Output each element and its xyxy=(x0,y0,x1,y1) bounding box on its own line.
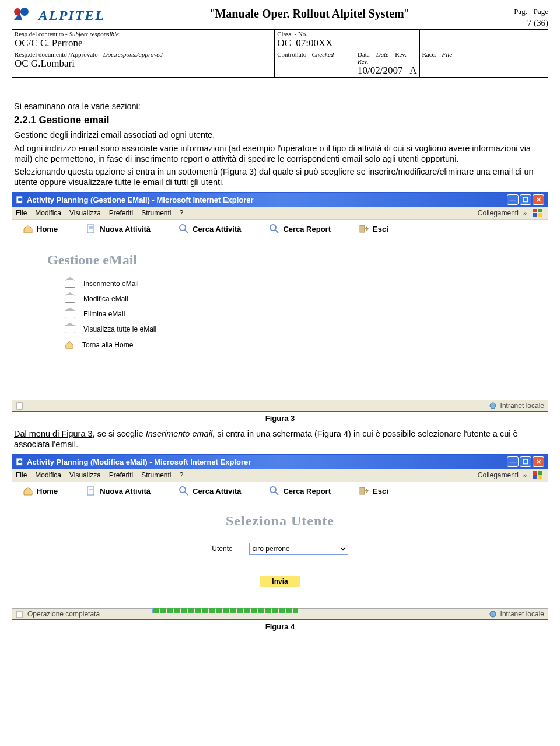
svg-rect-21 xyxy=(538,471,542,475)
exit-icon xyxy=(359,224,369,234)
menu-modifica[interactable]: Modifica xyxy=(35,471,61,479)
invia-button[interactable]: Invia xyxy=(260,576,300,587)
progress-bar xyxy=(152,608,298,613)
menu-file[interactable]: File xyxy=(16,471,27,479)
doc-title: "Manuale Oper. Rollout Alpitel System" xyxy=(210,7,409,20)
svg-rect-16 xyxy=(17,403,22,409)
menubar: File Modifica Visualizza Preferiti Strum… xyxy=(12,469,548,482)
menu-modifica-email[interactable]: Modifica eMail xyxy=(65,291,548,306)
intranet-icon xyxy=(489,402,497,410)
titlebar[interactable]: Activity Planning (Modifica eMail) - Mic… xyxy=(12,455,548,469)
page-number: Pag. - Page 7 (36) xyxy=(514,7,548,28)
svg-point-1 xyxy=(20,8,29,16)
menu-torna-home[interactable]: Torna alla Home xyxy=(65,337,548,353)
menu-visualizza[interactable]: Visualizza xyxy=(69,209,101,217)
section-title: Seleziona Utente xyxy=(12,500,548,539)
collegamenti-label[interactable]: Collegamenti xyxy=(478,471,519,479)
status-left: Operazione completata xyxy=(27,610,100,618)
chevron-icon[interactable]: » xyxy=(523,472,527,479)
logo: ALPITEL xyxy=(12,7,105,23)
menu-file[interactable]: File xyxy=(16,209,27,217)
tb-home[interactable]: Home xyxy=(23,224,58,234)
chevron-icon[interactable]: » xyxy=(523,210,527,217)
section-title: Gestione eMail xyxy=(12,238,548,276)
ie-window-gestione: Activity Planning (Gestione EMail) - Mic… xyxy=(12,192,548,412)
svg-line-14 xyxy=(275,230,278,233)
menu-strumenti[interactable]: Strumenti xyxy=(141,471,171,479)
menu-help[interactable]: ? xyxy=(180,471,184,479)
menu-visualizza-tutte[interactable]: Visualizza tutte le eMail xyxy=(65,322,548,337)
menu-preferiti[interactable]: Preferiti xyxy=(109,471,133,479)
search-activity-icon xyxy=(178,486,189,496)
mail-icon xyxy=(65,310,75,318)
tb-cerca-report[interactable]: Cerca Report xyxy=(269,486,331,496)
minimize-button[interactable]: — xyxy=(507,456,519,467)
close-button[interactable]: ✕ xyxy=(533,456,544,467)
menu-preferiti[interactable]: Preferiti xyxy=(109,209,133,217)
tb-cerca-attivita[interactable]: Cerca Attività xyxy=(178,486,241,496)
svg-rect-30 xyxy=(360,487,365,494)
tb-nuova-attivita[interactable]: Nuova Attività xyxy=(86,486,150,496)
content-area: Gestione eMail Inserimento eMail Modific… xyxy=(12,238,548,400)
figure-4-caption: Figura 4 xyxy=(12,622,548,631)
tb-esci[interactable]: Esci xyxy=(359,486,388,496)
collegamenti-label[interactable]: Collegamenti xyxy=(478,209,519,217)
ie-page-icon xyxy=(16,196,24,204)
search-report-icon xyxy=(269,486,279,496)
menu-elimina-email[interactable]: Elimina eMail xyxy=(65,306,548,322)
tb-cerca-report[interactable]: Cerca Report xyxy=(269,224,331,234)
svg-rect-22 xyxy=(533,475,537,479)
doc-header: ALPITEL "Manuale Oper. Rollout Alpitel S… xyxy=(12,7,548,28)
para-1: Gestione degli indirizzi email associati… xyxy=(14,130,548,140)
exit-icon xyxy=(359,486,369,496)
search-activity-icon xyxy=(178,224,189,234)
mail-icon xyxy=(65,280,75,288)
tb-cerca-attivita[interactable]: Cerca Attività xyxy=(178,224,241,234)
svg-rect-5 xyxy=(538,209,542,212)
menu-modifica[interactable]: Modifica xyxy=(35,209,61,217)
close-button[interactable]: ✕ xyxy=(533,194,544,205)
maximize-button[interactable]: ☐ xyxy=(520,194,531,205)
utente-label: Utente xyxy=(212,545,232,553)
utente-select[interactable]: ciro perrone xyxy=(249,543,348,555)
minimize-button[interactable]: — xyxy=(507,194,519,205)
menubar: File Modifica Visualizza Preferiti Strum… xyxy=(12,207,548,219)
svg-rect-4 xyxy=(533,209,537,212)
intranet-icon xyxy=(489,610,497,618)
status-right: Intranet locale xyxy=(501,402,544,410)
page-icon xyxy=(16,402,24,410)
body: Si esaminano ora le varie sezioni: 2.2.1… xyxy=(12,101,548,187)
new-activity-icon xyxy=(86,486,96,496)
mail-icon xyxy=(65,295,75,303)
maximize-button[interactable]: ☐ xyxy=(520,456,531,467)
para-4: Dal menu di Figura 3, se si sceglie Inse… xyxy=(12,428,548,449)
home-icon xyxy=(23,224,33,234)
svg-line-12 xyxy=(185,230,188,233)
svg-line-29 xyxy=(275,492,278,495)
statusbar: Intranet locale xyxy=(12,400,548,411)
utente-row: Utente ciro perrone xyxy=(12,539,548,571)
svg-point-3 xyxy=(18,198,22,201)
tb-esci[interactable]: Esci xyxy=(359,224,388,234)
titlebar[interactable]: Activity Planning (Gestione EMail) - Mic… xyxy=(12,193,548,207)
content-area: Seleziona Utente Utente ciro perrone Inv… xyxy=(12,500,548,608)
menu-strumenti[interactable]: Strumenti xyxy=(141,209,171,217)
tb-home[interactable]: Home xyxy=(23,486,58,496)
ie-window-seleziona-utente: Activity Planning (Modifica eMail) - Mic… xyxy=(12,454,548,620)
gestione-menu: Inserimento eMail Modifica eMail Elimina… xyxy=(12,276,548,377)
ie-page-icon xyxy=(16,458,24,466)
windows-flag-icon xyxy=(531,208,544,218)
menu-inserimento-email[interactable]: Inserimento eMail xyxy=(65,276,548,291)
doc-control-table: Resp.del contenuto - Subject responsible… xyxy=(12,29,548,78)
app-toolbar: Home Nuova Attività Cerca Attività Cerca… xyxy=(12,219,548,238)
menu-help[interactable]: ? xyxy=(180,209,184,217)
menu-visualizza[interactable]: Visualizza xyxy=(69,471,101,479)
svg-rect-20 xyxy=(533,471,537,475)
svg-rect-23 xyxy=(538,475,542,479)
svg-rect-24 xyxy=(88,487,94,495)
svg-point-19 xyxy=(18,460,22,463)
svg-point-13 xyxy=(270,225,276,231)
svg-rect-7 xyxy=(538,213,542,217)
tb-nuova-attivita[interactable]: Nuova Attività xyxy=(86,224,150,234)
home-icon xyxy=(23,486,33,496)
